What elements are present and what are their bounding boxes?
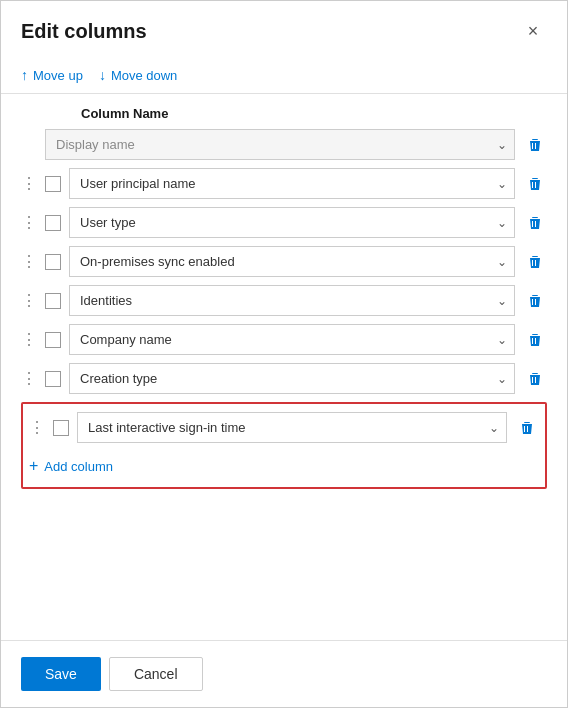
table-row: ⋮ Creation type ⌄ (21, 363, 547, 394)
delete-user-type-button[interactable] (523, 211, 547, 235)
delete-company-name-button[interactable] (523, 328, 547, 352)
row-checkbox[interactable] (45, 254, 61, 270)
row-checkbox[interactable] (45, 371, 61, 387)
on-premises-sync-select[interactable]: On-premises sync enabled (69, 246, 515, 277)
delete-on-premises-sync-button[interactable] (523, 250, 547, 274)
table-row: ⋮ User principal name ⌄ (21, 168, 547, 199)
row-checkbox[interactable] (45, 215, 61, 231)
row-checkbox[interactable] (53, 420, 69, 436)
delete-display-name-button[interactable] (523, 133, 547, 157)
creation-type-select-wrapper: Creation type ⌄ (69, 363, 515, 394)
move-down-button[interactable]: ↓ Move down (99, 65, 177, 85)
table-row: ⋮ On-premises sync enabled ⌄ (21, 246, 547, 277)
toolbar: ↑ Move up ↓ Move down (1, 57, 567, 94)
delete-user-principal-name-button[interactable] (523, 172, 547, 196)
columns-content: Column Name Display name ⌄ ⋮ User princi… (1, 94, 567, 632)
last-interactive-select[interactable]: Last interactive sign-in time (77, 412, 507, 443)
save-button[interactable]: Save (21, 657, 101, 691)
dialog-footer: Save Cancel (1, 640, 567, 707)
user-type-select-wrapper: User type ⌄ (69, 207, 515, 238)
identities-select-wrapper: Identities ⌄ (69, 285, 515, 316)
delete-identities-button[interactable] (523, 289, 547, 313)
cancel-button[interactable]: Cancel (109, 657, 203, 691)
display-name-select-wrapper: Display name ⌄ (45, 129, 515, 160)
drag-handle-icon[interactable]: ⋮ (21, 174, 37, 193)
identities-select[interactable]: Identities (69, 285, 515, 316)
highlighted-section: ⋮ Last interactive sign-in time ⌄ + Add … (21, 402, 547, 489)
dialog-title: Edit columns (21, 20, 147, 43)
edit-columns-dialog: Edit columns × ↑ Move up ↓ Move down Col… (0, 0, 568, 708)
add-column-label: Add column (44, 459, 113, 474)
table-row: Display name ⌄ (21, 129, 547, 160)
delete-creation-type-button[interactable] (523, 367, 547, 391)
on-premises-sync-select-wrapper: On-premises sync enabled ⌄ (69, 246, 515, 277)
delete-last-interactive-button[interactable] (515, 416, 539, 440)
dialog-header: Edit columns × (1, 1, 567, 57)
row-checkbox[interactable] (45, 176, 61, 192)
drag-handle-icon[interactable]: ⋮ (21, 369, 37, 388)
company-name-select-wrapper: Company name ⌄ (69, 324, 515, 355)
table-row: ⋮ Last interactive sign-in time ⌄ (23, 408, 545, 447)
add-column-row[interactable]: + Add column (23, 451, 545, 481)
user-principal-name-select-wrapper: User principal name ⌄ (69, 168, 515, 199)
drag-handle-icon[interactable]: ⋮ (21, 291, 37, 310)
user-type-select[interactable]: User type (69, 207, 515, 238)
table-row: ⋮ User type ⌄ (21, 207, 547, 238)
drag-handle-icon[interactable]: ⋮ (21, 252, 37, 271)
last-interactive-select-wrapper: Last interactive sign-in time ⌄ (77, 412, 507, 443)
company-name-select[interactable]: Company name (69, 324, 515, 355)
add-icon: + (29, 457, 38, 475)
display-name-select[interactable]: Display name (45, 129, 515, 160)
row-checkbox[interactable] (45, 332, 61, 348)
drag-handle-icon[interactable]: ⋮ (21, 213, 37, 232)
move-up-button[interactable]: ↑ Move up (21, 65, 83, 85)
user-principal-name-select[interactable]: User principal name (69, 168, 515, 199)
table-row: ⋮ Company name ⌄ (21, 324, 547, 355)
move-down-icon: ↓ (99, 67, 106, 83)
table-row: ⋮ Identities ⌄ (21, 285, 547, 316)
row-checkbox[interactable] (45, 293, 61, 309)
close-button[interactable]: × (519, 17, 547, 45)
drag-handle-icon[interactable]: ⋮ (29, 418, 45, 437)
creation-type-select[interactable]: Creation type (69, 363, 515, 394)
drag-handle-icon[interactable]: ⋮ (21, 330, 37, 349)
move-up-icon: ↑ (21, 67, 28, 83)
column-name-header: Column Name (21, 94, 547, 129)
